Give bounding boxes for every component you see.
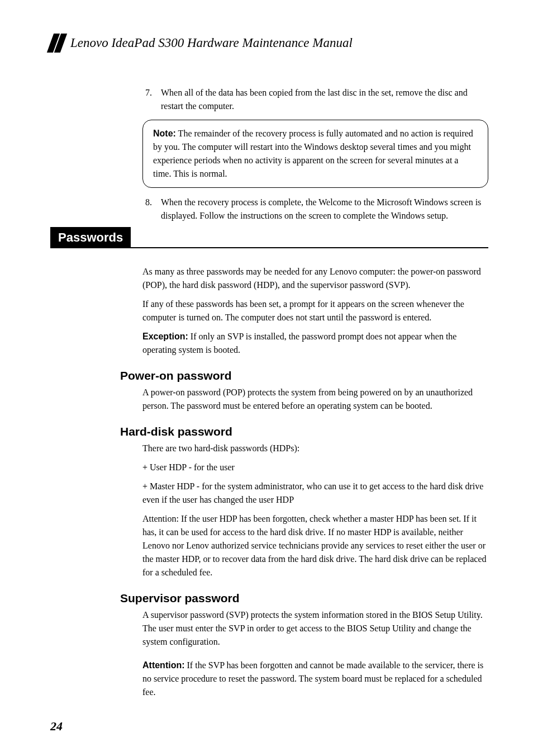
subheading-power-on: Power-on password (120, 369, 488, 382)
list-text: When the recovery process is complete, t… (161, 196, 488, 223)
paragraph: There are two hard-disk passwords (HDPs)… (142, 442, 488, 455)
attention-paragraph: Attention: If the SVP has been forgotten… (142, 659, 488, 699)
paragraph: + Master HDP - for the system administra… (142, 480, 488, 507)
subheading-supervisor: Supervisor password (120, 592, 488, 605)
exception-paragraph: Exception: If only an SVP is installed, … (142, 330, 488, 357)
note-text: The remainder of the recovery process is… (153, 129, 473, 178)
exception-label: Exception: (142, 332, 188, 341)
list-item-8: 8. When the recovery process is complete… (142, 196, 488, 223)
section-line (131, 247, 488, 248)
list-number: 8. (145, 196, 155, 223)
list-number: 7. (145, 86, 155, 113)
page-header: Lenovo IdeaPad S300 Hardware Maintenance… (50, 34, 488, 53)
logo-icon (47, 34, 67, 53)
main-content: 7. When all of the data has been copied … (50, 86, 488, 699)
subheading-hard-disk: Hard-disk password (120, 425, 488, 438)
exception-text: If only an SVP is installed, the passwor… (142, 332, 456, 355)
paragraph: A power-on password (POP) protects the s… (142, 386, 488, 413)
paragraph: As many as three passwords may be needed… (142, 265, 488, 292)
paragraph: If any of these passwords has been set, … (142, 297, 488, 324)
paragraph: A supervisor password (SVP) protects the… (142, 608, 488, 649)
attention-label: Attention: (142, 660, 185, 670)
note-label: Note: (153, 129, 176, 138)
attention-text: If the SVP has been forgotten and cannot… (142, 660, 483, 697)
page-number: 24 (50, 719, 63, 734)
list-item-7: 7. When all of the data has been copied … (142, 86, 488, 113)
paragraph: Attention: If the user HDP has been forg… (142, 512, 488, 579)
note-box: Note: The remainder of the recovery proc… (142, 120, 488, 188)
list-text: When all of the data has been copied fro… (161, 86, 488, 113)
document-title: Lenovo IdeaPad S300 Hardware Maintenance… (70, 36, 353, 50)
section-label: Passwords (50, 227, 131, 248)
paragraph: + User HDP - for the user (142, 461, 488, 474)
section-band-passwords: Passwords (50, 227, 488, 248)
